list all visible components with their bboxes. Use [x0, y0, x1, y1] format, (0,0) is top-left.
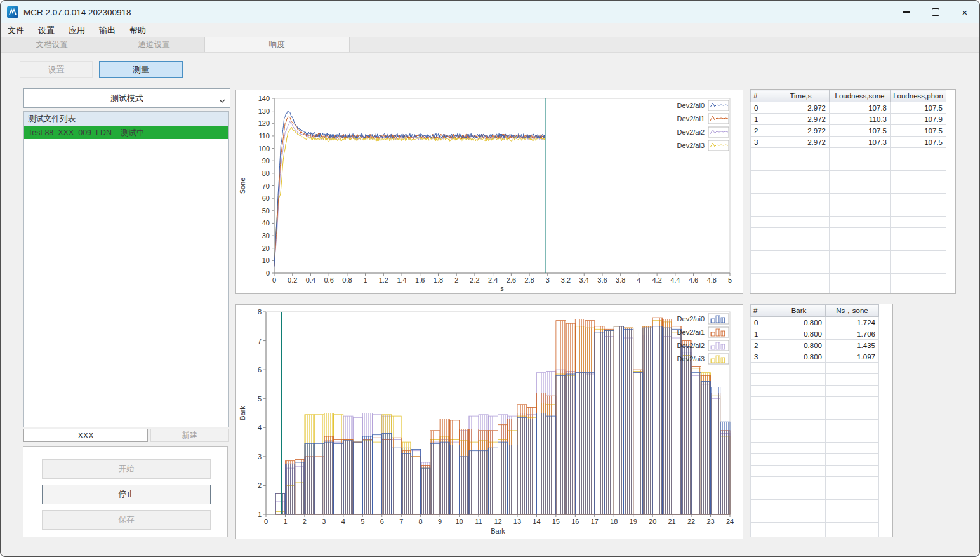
menu-item-help[interactable]: 帮助	[122, 23, 153, 37]
svg-text:2.2: 2.2	[470, 276, 479, 284]
loudness-table-empty-row	[751, 274, 946, 285]
specific-loudness-table-row[interactable]: 20.8001.435	[751, 340, 879, 351]
specific-loudness-table-row[interactable]: 00.8001.724	[751, 317, 879, 328]
specific-loudness-table-empty-row	[751, 386, 879, 397]
specific-loudness-table-row[interactable]: 10.8001.706	[751, 328, 879, 340]
svg-text:19: 19	[630, 518, 637, 525]
svg-text:2: 2	[258, 481, 262, 489]
svg-text:3: 3	[258, 453, 262, 460]
specific-loudness-table-row[interactable]: 30.8001.097	[751, 351, 879, 363]
tab-channel-settings[interactable]: 通道设置	[103, 37, 205, 52]
menu-item-settings[interactable]: 设置	[31, 23, 62, 37]
specific-loudness-table-panel: #BarkNs，sone00.8001.72410.8001.70620.800…	[750, 304, 893, 537]
specific-loudness-table-header[interactable]: Ns，sone	[826, 305, 879, 317]
new-button[interactable]: 新建	[150, 429, 229, 442]
svg-text:50: 50	[262, 207, 270, 215]
svg-text:120: 120	[258, 119, 270, 127]
svg-text:Dev2/ai1: Dev2/ai1	[677, 328, 705, 336]
specific-loudness-table-header[interactable]: #	[751, 305, 772, 317]
svg-text:6: 6	[380, 518, 384, 525]
loudness-table-empty-row	[751, 159, 946, 171]
minimize-button[interactable]	[892, 1, 921, 23]
svg-text:2.4: 2.4	[488, 276, 498, 284]
legend-entry-Dev2/ai3[interactable]: Dev2/ai3	[677, 354, 729, 364]
menu-item-output[interactable]: 输出	[92, 23, 122, 37]
svg-text:2.6: 2.6	[507, 276, 516, 284]
svg-text:1.4: 1.4	[397, 276, 406, 284]
tab-loudness[interactable]: 响度	[205, 37, 350, 52]
xxx-button[interactable]: XXX	[23, 429, 148, 442]
legend-bar-sample-icon	[711, 332, 715, 336]
loudness-table-header[interactable]: Time,s	[772, 90, 830, 102]
loudness-table-empty-row	[751, 239, 946, 251]
svg-text:0.8: 0.8	[342, 276, 352, 284]
svg-text:2.8: 2.8	[524, 276, 534, 284]
settings-subtab-button[interactable]: 设置	[20, 61, 93, 78]
svg-text:1.6: 1.6	[415, 276, 425, 284]
legend-entry-Dev2/ai0[interactable]: Dev2/ai0	[677, 100, 729, 111]
svg-text:1: 1	[283, 518, 287, 525]
specific-loudness-chart[interactable]: 0123456789101112131415161718192021222324…	[236, 305, 743, 539]
specific-loudness-table-empty-row	[751, 488, 879, 500]
svg-text:130: 130	[258, 107, 270, 115]
specific-loudness-table-header[interactable]: Bark	[772, 305, 826, 317]
svg-text:Dev2/ai2: Dev2/ai2	[677, 128, 705, 136]
loudness-table-header[interactable]: Loudness,sone	[830, 90, 891, 102]
loudness-table-row[interactable]: 02.972107.8107.5	[751, 102, 946, 114]
close-button[interactable]: ×	[950, 1, 979, 23]
stop-button[interactable]: 停止	[42, 485, 211, 504]
specific-loudness-table-empty-row	[751, 408, 879, 420]
test-file-item[interactable]: Test 88_XXX_009_LDN 测试中	[24, 126, 228, 139]
svg-text:15: 15	[552, 518, 560, 525]
specific-loudness-table: #BarkNs，sone00.8001.72410.8001.70620.800…	[750, 304, 879, 537]
measure-subtab-button[interactable]: 测量	[99, 61, 183, 78]
legend-entry-Dev2/ai1[interactable]: Dev2/ai1	[677, 327, 729, 337]
save-button[interactable]: 保存	[42, 510, 211, 530]
start-button[interactable]: 开始	[42, 459, 211, 479]
specific-loudness-table-empty-row	[751, 477, 879, 488]
svg-text:1.2: 1.2	[379, 276, 388, 284]
svg-text:24: 24	[726, 518, 734, 525]
svg-text:4: 4	[258, 424, 262, 431]
svg-text:17: 17	[591, 518, 599, 525]
svg-text:12: 12	[494, 518, 501, 525]
svg-text:Dev2/ai3: Dev2/ai3	[677, 142, 705, 149]
legend-entry-Dev2/ai1[interactable]: Dev2/ai1	[677, 114, 729, 124]
legend-entry-Dev2/ai2[interactable]: Dev2/ai2	[677, 127, 729, 137]
tab-strip: 文档设置 通道设置 响度	[1, 37, 979, 53]
svg-text:20: 20	[262, 245, 270, 252]
specific-loudness-table-empty-row	[751, 534, 879, 538]
loudness-table-row[interactable]: 32.972107.3107.5	[751, 137, 946, 148]
loudness-time-chart[interactable]: 00.20.40.60.811.21.41.61.822.22.42.62.83…	[236, 90, 743, 293]
legend-entry-Dev2/ai3[interactable]: Dev2/ai3	[677, 140, 729, 151]
svg-text:80: 80	[262, 170, 270, 177]
loudness-table-empty-row	[751, 285, 946, 295]
loudness-table-header[interactable]: Loudness,phon	[891, 90, 946, 102]
svg-text:110: 110	[258, 132, 270, 140]
legend-bar-sample-icon	[711, 319, 715, 323]
menu-item-apply[interactable]: 应用	[62, 23, 92, 37]
svg-text:0.6: 0.6	[324, 276, 334, 284]
svg-text:10: 10	[262, 257, 270, 264]
loudness-table-header[interactable]: #	[751, 90, 772, 102]
svg-text:Dev2/ai2: Dev2/ai2	[677, 342, 705, 349]
loudness-table-row[interactable]: 12.972110.3107.9	[751, 114, 946, 125]
loudness-table-empty-row	[751, 251, 946, 262]
menu-item-file[interactable]: 文件	[1, 23, 31, 37]
test-mode-dropdown[interactable]: 测试模式	[23, 88, 230, 108]
loudness-table-row[interactable]: 22.972107.5107.5	[751, 125, 946, 137]
maximize-button[interactable]	[921, 1, 950, 23]
svg-text:4: 4	[341, 518, 345, 525]
svg-text:100: 100	[258, 145, 270, 152]
tab-document-settings[interactable]: 文档设置	[1, 37, 103, 52]
close-icon: ×	[962, 7, 968, 18]
svg-text:6: 6	[258, 366, 262, 373]
specific-loudness-table-empty-row	[751, 443, 879, 454]
svg-text:Dev2/ai0: Dev2/ai0	[677, 102, 705, 109]
svg-text:0.4: 0.4	[306, 276, 315, 284]
svg-text:90: 90	[262, 157, 270, 164]
legend-entry-Dev2/ai0[interactable]: Dev2/ai0	[677, 314, 729, 324]
legend-entry-Dev2/ai2[interactable]: Dev2/ai2	[677, 340, 729, 351]
svg-text:10: 10	[455, 518, 463, 525]
specific-loudness-table-empty-row	[751, 397, 879, 408]
